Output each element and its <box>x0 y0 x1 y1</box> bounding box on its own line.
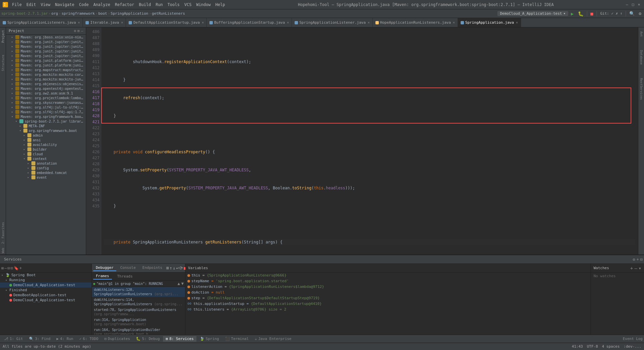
menu-build[interactable]: Build <box>137 2 153 8</box>
thread-nav-up[interactable]: ▲ <box>178 281 180 286</box>
search-everywhere-button[interactable]: 🔍 <box>628 11 636 16</box>
menu-navigate[interactable]: Navigate <box>53 2 76 8</box>
services-group-icon[interactable]: ⊟ <box>7 266 10 271</box>
menu-vcs[interactable]: VCS <box>182 2 194 8</box>
tab-close-icon[interactable]: × <box>202 21 204 24</box>
services-democlouda-running[interactable]: DemoCloud_A_Application-test <box>0 283 92 288</box>
sidebar-item-mockito-core[interactable]: ▸ Maven: org.mockito:mockito-core:4.5.1 <box>6 72 86 77</box>
thread-selector[interactable]: ● "main"@1 in group "main": RUNNING ▲ ▼ <box>92 281 185 287</box>
var-listener-action[interactable]: listenerAction = {SpringApplicationRunLi… <box>185 284 591 290</box>
sidebar-item-mockito-junit[interactable]: ▸ Maven: org.mockito:mockito-junit-jupit… <box>6 77 86 81</box>
minimize-button[interactable]: — <box>625 2 629 7</box>
var-this-listeners[interactable]: oo this.listeners = {ArrayList@9706} siz… <box>185 307 591 312</box>
bottom-tab-run[interactable]: ▶ 4: Run <box>54 336 76 342</box>
sidebar-item-asm[interactable]: ▸ Maven: org.ow2.asm:asm:9.1 <box>6 91 86 96</box>
restservices-icon[interactable]: RestServices <box>639 75 644 103</box>
bottom-tab-spring[interactable]: 🍃 Spring <box>197 336 222 342</box>
tab-close-icon[interactable]: × <box>516 21 518 24</box>
git-branch-label[interactable]: :dev-... <box>624 344 641 349</box>
tab-close-icon[interactable]: × <box>368 21 370 24</box>
bottom-tab-todo[interactable]: ✓ 6: TODO <box>76 336 101 342</box>
thread-nav-down[interactable]: ▼ <box>181 281 184 286</box>
frames-tab[interactable]: Frames <box>93 273 112 280</box>
tab-default-app-startup[interactable]: DefaultApplicationStartup.java × <box>126 18 207 27</box>
sidebar-expand-icon[interactable]: ⊞ <box>77 29 80 33</box>
sidebar-item-opentest4j[interactable]: ▸ Maven: org.opentest4j:opentest4j:1.2.0 <box>6 86 86 91</box>
var-this-app-startup[interactable]: oo this.applicationStartup = {DefaultApp… <box>185 301 591 307</box>
menu-refactor[interactable]: Refactor <box>113 2 136 8</box>
menu-analyze[interactable]: Analyze <box>91 2 112 8</box>
tab-spring-app-listener[interactable]: SpringApplicationListener.java × <box>292 18 373 27</box>
sidebar-item-org-springframework-boot[interactable]: ▾ org.springframework.boot <box>6 128 86 133</box>
debug-button[interactable]: 🐛 <box>577 11 585 17</box>
sidebar-item-xnio[interactable]: ▸ Maven: org.jboss.xnio:xnio-nio:3.8.7.F… <box>6 35 86 39</box>
menu-code[interactable]: Code <box>77 2 91 8</box>
debug-icon3[interactable]: ↓ <box>173 266 176 271</box>
var-do-action[interactable]: doAction = null <box>185 290 591 295</box>
services-filter-icon[interactable]: ⊡ <box>11 266 13 271</box>
tab-spring-app-run-listeners[interactable]: SpringApplicationListeners.java × <box>0 18 83 27</box>
maximize-button[interactable]: □ <box>631 2 635 7</box>
sidebar-item-junit-jupiter-api[interactable]: ▸ Maven: org.junit.jupiter:junit-jupiter… <box>6 44 86 49</box>
sidebar-item-lombok[interactable]: ▸ Maven: org.projectlombok:lombok:1.18.2… <box>6 96 86 100</box>
git-status[interactable]: Git: ✓ ✗ ↑ <box>599 11 624 16</box>
project-rail-icon[interactable]: Project <box>1 29 5 44</box>
var-this[interactable]: this = {SpringApplicationRunListeners@96… <box>185 273 591 278</box>
sidebar-item-junit-jupiter-params[interactable]: ▸ Maven: org.junit.jupiter:junit-jupiter… <box>6 53 86 58</box>
threads-tab[interactable]: Threads <box>115 274 135 279</box>
menu-edit[interactable]: Edit <box>24 2 38 8</box>
breadcrumb-part-3[interactable]: boot <box>98 11 107 16</box>
breadcrumb-part-4[interactable]: SpringApplication <box>111 11 148 16</box>
sidebar-item-junit-jupiter[interactable]: ▸ Maven: org.junit.jupiter:junit-jupiter… <box>6 39 86 44</box>
services-add-icon[interactable]: + <box>637 257 639 262</box>
favorites-rail-icon[interactable]: 2: Favorites <box>1 221 5 245</box>
code-content[interactable]: shutdownHook.registerApplicationContext(… <box>101 27 638 254</box>
sidebar-item-config[interactable]: ▸ config <box>6 166 86 170</box>
sidebar-item-spring-boot-jar[interactable]: ▾ spring-boot-2.7.1.jar library root <box>6 119 86 124</box>
bottom-tab-find[interactable]: 🔍 3: Find <box>26 336 53 342</box>
tab-close-icon[interactable]: × <box>287 21 289 24</box>
sidebar-item-mapstruct[interactable]: ▸ Maven: org.mapstruct:mapstruct:1.3.1.F… <box>6 67 86 72</box>
services-add-service-icon[interactable]: + <box>19 266 22 271</box>
watches-collapse-button[interactable]: — <box>634 266 637 271</box>
menu-tools[interactable]: Tools <box>166 2 182 8</box>
sidebar-item-objenesis[interactable]: ▸ Maven: org.objenesis:objenesis:2.6 <box>6 81 86 86</box>
services-bookmark-icon[interactable]: 🔖 <box>14 266 19 271</box>
services-collapse-all[interactable]: — <box>4 266 7 271</box>
encoding-label[interactable]: UTF-8 <box>587 344 598 349</box>
code-editor[interactable]: 486 487 488 489 490 411 412 413 414 415 … <box>86 27 638 254</box>
menu-help[interactable]: Help <box>213 2 227 8</box>
ant-icon[interactable]: Ant <box>639 29 644 39</box>
debug-icon2[interactable]: ↑ <box>170 266 172 271</box>
run-button[interactable]: ▶ <box>570 11 575 17</box>
sidebar-item-annotation[interactable]: ▸ annotation <box>6 161 86 166</box>
frame-2[interactable]: started:78, SpringApplicationRunListener… <box>92 307 185 317</box>
sidebar-item-junit-jupiter-engine[interactable]: ▸ Maven: org.junit.jupiter:junit-jupiter… <box>6 49 86 53</box>
sidebar-item-ansi[interactable]: ▸ ansi <box>6 138 86 142</box>
bottom-tab-debug[interactable]: 🐛 5: Debug <box>133 336 162 342</box>
services-democlouda-finished[interactable]: DemoCloud_A_Application-test <box>0 298 92 303</box>
sidebar-item-junit-platform-engine[interactable]: ▸ Maven: org.junit.platform:junit-platfo… <box>6 63 86 67</box>
web-rail-icon[interactable]: Web <box>1 248 5 253</box>
services-running[interactable]: ▾ Running <box>0 278 92 283</box>
sidebar-item-builder[interactable]: ▸ builder <box>6 147 86 152</box>
frame-0[interactable]: doWithListeners:120, SpringApplicationRu… <box>92 287 185 297</box>
services-expand-all[interactable]: ⊞ <box>1 266 4 271</box>
services-spring-boot[interactable]: ▾ 🍃 Spring Boot <box>0 273 92 278</box>
bottom-tab-services[interactable]: ⊞ 8: Services <box>163 336 196 342</box>
tab-iterable[interactable]: Iterable.java × <box>83 18 126 27</box>
sidebar-collapse-icon[interactable]: — <box>81 29 83 33</box>
tab-close-icon[interactable]: × <box>453 21 455 24</box>
sidebar-item-embedded-tomcat[interactable]: ▸ embedded.tomcat <box>6 170 86 175</box>
debug-icon1[interactable]: ⊞ <box>166 266 169 271</box>
tab-close-icon[interactable]: × <box>121 21 123 24</box>
sidebar-item-junit-platform-commons[interactable]: ▸ Maven: org.junit.platform:junit-platfo… <box>6 58 86 63</box>
var-step-name[interactable]: stepName = 'spring.boot.application.star… <box>185 278 591 284</box>
sidebar-item-slf4j-api[interactable]: ▸ Maven: org.slf4j:slf4j-api:1.7.36 <box>6 110 86 114</box>
database-icon[interactable]: Database <box>639 47 644 67</box>
sidebar-settings-icon[interactable]: ⚙ <box>74 29 76 33</box>
sidebar-item-spring-boot[interactable]: ▾ Maven: org.springframework.boot:spring… <box>6 114 86 119</box>
breadcrumb-part-5[interactable]: getRunListeners <box>152 11 185 16</box>
debug-icon4[interactable]: ↩ <box>176 266 179 271</box>
bottom-tab-java-enterprise[interactable]: ☕ Java Enterprise <box>252 336 294 342</box>
